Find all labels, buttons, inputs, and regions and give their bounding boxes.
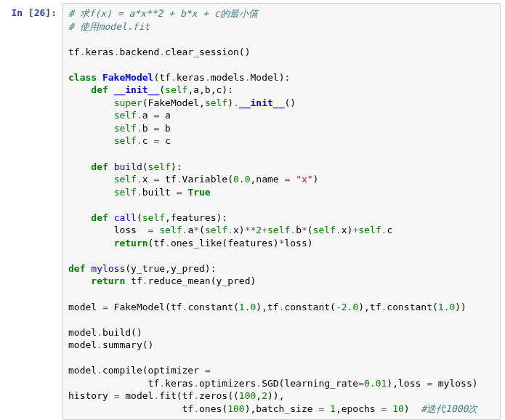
code-token: FakeModel <box>148 97 199 108</box>
code-token: , <box>199 97 205 108</box>
code-token: ones( <box>199 403 227 414</box>
code-token: self <box>114 187 137 198</box>
code-token: constant( <box>187 302 238 312</box>
code-token: ): <box>279 72 291 83</box>
code-token: a <box>142 110 154 121</box>
code-token: . <box>193 378 199 389</box>
code-token: ones_like(features) <box>171 238 279 249</box>
number: 100 <box>239 390 256 401</box>
number: 2 <box>256 225 262 235</box>
code-token: ,a,b,c): <box>187 84 233 95</box>
code-token: tf <box>68 47 80 57</box>
code-token: model <box>68 302 102 312</box>
func-name: __init__ <box>239 97 285 108</box>
code-token: summary() <box>102 339 153 350</box>
code-token: loss) <box>284 238 312 249</box>
comment-line: #迭代1000次 <box>421 403 477 414</box>
keyword: True <box>187 187 210 198</box>
code-token: . <box>233 97 239 108</box>
code-token: () <box>239 47 251 57</box>
code-token: history <box>68 390 114 401</box>
number: 10 <box>392 403 404 414</box>
code-token: keras <box>177 72 205 83</box>
code-token: = <box>102 302 108 312</box>
code-token: zeros(( <box>199 390 239 401</box>
code-token: . <box>205 72 211 83</box>
code-token: b <box>159 123 171 134</box>
code-token: constant( <box>387 302 437 312</box>
func-name: __init__ <box>114 84 160 95</box>
code-token: () <box>284 97 296 108</box>
code-token: backend <box>119 47 159 57</box>
code-token: models <box>211 72 245 83</box>
code-token: b <box>142 123 154 134</box>
keyword: class <box>68 72 97 83</box>
code-token: . <box>159 47 165 57</box>
code-token: tf <box>68 378 159 389</box>
code-token <box>290 174 296 185</box>
number: 0.01 <box>364 378 387 389</box>
code-token: ),batch_size <box>245 403 319 414</box>
code-token: . <box>137 187 142 198</box>
code-token: clear_session <box>165 47 239 57</box>
code-token: self <box>148 161 171 172</box>
func-name: call <box>114 212 137 223</box>
code-token: ,features): <box>165 212 227 223</box>
code-token: (y_true,y_pred): <box>125 263 216 274</box>
func-name: myloss <box>91 263 125 274</box>
code-token: ,name <box>251 174 285 185</box>
code-token: self <box>358 225 381 235</box>
code-token: ( <box>142 161 148 172</box>
code-token: * <box>193 225 199 235</box>
code-token: c <box>142 135 154 146</box>
number: 1.0 <box>239 302 256 312</box>
code-token: + <box>262 225 267 235</box>
code-token: x) <box>342 225 353 235</box>
code-token: ) <box>404 403 421 414</box>
code-token: built <box>142 187 177 198</box>
number: 1.0 <box>438 302 455 312</box>
code-token: . <box>137 174 142 185</box>
code-token: x <box>142 174 154 185</box>
code-token: . <box>137 110 142 121</box>
code-token: self <box>313 225 336 235</box>
code-token: . <box>159 378 165 389</box>
code-token: tf <box>125 275 142 286</box>
code-token: keras <box>85 47 113 57</box>
keyword: return <box>91 275 125 286</box>
number: 0.0 <box>233 174 250 185</box>
code-token: ): <box>171 161 182 172</box>
code-token: * <box>302 225 307 235</box>
code-token: )), <box>267 390 284 401</box>
code-token: Variable( <box>182 174 233 185</box>
code-token: loss <box>114 225 148 235</box>
code-token: c <box>387 225 392 235</box>
code-token: . <box>97 327 102 338</box>
code-token: self <box>114 110 137 121</box>
code-token: . <box>177 174 182 185</box>
input-prompt: In [26]: <box>0 3 62 420</box>
code-token: . <box>193 390 199 401</box>
code-token <box>324 403 330 414</box>
code-token: model <box>68 365 97 376</box>
code-token: , <box>256 390 262 401</box>
code-token: . <box>165 238 171 249</box>
code-token: ),tf <box>256 302 278 312</box>
code-token: tf <box>159 174 176 185</box>
code-token: = <box>358 378 364 389</box>
comment-line: # 求f(x) = a*x**2 + b*x + c的最小值 <box>68 8 258 19</box>
code-token: = <box>427 378 432 389</box>
code-token: . <box>97 339 102 350</box>
keyword: def <box>91 84 108 95</box>
code-token: ),tf <box>358 302 381 312</box>
class-name: FakeModel <box>102 72 153 83</box>
code-editor[interactable]: # 求f(x) = a*x**2 + b*x + c的最小值 # 使用model… <box>62 3 501 420</box>
func-name: build <box>114 161 142 172</box>
code-token: . <box>142 275 148 286</box>
code-token: ( <box>199 225 205 235</box>
code-token: ( <box>142 97 148 108</box>
keyword: def <box>91 161 108 172</box>
code-token: model <box>119 390 153 401</box>
code-token: self <box>267 225 290 235</box>
builtin: super <box>114 97 142 108</box>
